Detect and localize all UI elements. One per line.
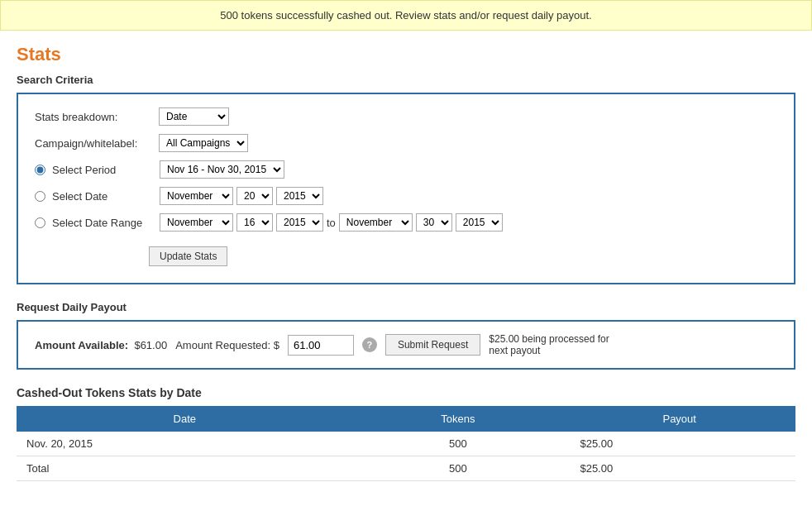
campaign-label: Campaign/whitelabel: bbox=[35, 137, 159, 150]
radio-section: Select Period Nov 16 - Nov 30, 2015 Nov … bbox=[35, 160, 777, 232]
select-date-range-radio[interactable] bbox=[35, 217, 45, 228]
submit-request-button[interactable]: Submit Request bbox=[385, 334, 480, 356]
search-criteria-box: Stats breakdown: Date Campaign Week Mont… bbox=[17, 93, 795, 284]
select-date-range-label[interactable]: Select Date Range bbox=[52, 217, 160, 229]
range-end-month-select[interactable]: JanuaryFebruaryMarch AprilMayJune JulyAu… bbox=[339, 213, 413, 232]
range-end-year-select[interactable]: 2013201420152016 bbox=[456, 213, 503, 232]
campaign-select[interactable]: All Campaigns bbox=[159, 134, 248, 152]
range-to-text: to bbox=[327, 217, 336, 229]
stats-breakdown-select[interactable]: Date Campaign Week Month bbox=[159, 107, 229, 126]
cell-payout: $25.00 bbox=[563, 432, 795, 456]
notification-bar: 500 tokens successfully cashed out. Revi… bbox=[0, 0, 812, 31]
amount-requested-input[interactable] bbox=[288, 335, 354, 356]
select-period-controls: Nov 16 - Nov 30, 2015 Nov 1 - Nov 15, 20… bbox=[160, 160, 284, 179]
stats-breakdown-row: Stats breakdown: Date Campaign Week Mont… bbox=[35, 107, 777, 126]
select-period-row: Select Period Nov 16 - Nov 30, 2015 Nov … bbox=[35, 160, 777, 179]
select-date-label[interactable]: Select Date bbox=[52, 190, 160, 203]
amount-requested-label: Amount Requested: $ bbox=[175, 339, 279, 351]
col-payout-header: Payout bbox=[563, 406, 795, 432]
select-date-controls: JanuaryFebruaryMarch AprilMayJune JulyAu… bbox=[160, 187, 323, 205]
date-day-select[interactable]: 1234 5678 9101112 13141516 17181920 2122… bbox=[236, 187, 273, 205]
payout-box: Amount Available: $61.00 Amount Requeste… bbox=[17, 320, 795, 370]
select-period-label[interactable]: Select Period bbox=[52, 164, 160, 176]
table-row: Nov. 20, 2015 500 $25.00 bbox=[17, 432, 795, 456]
cell-tokens: 500 bbox=[353, 456, 564, 481]
range-start-month-select[interactable]: JanuaryFebruaryMarch AprilMayJune JulyAu… bbox=[160, 213, 233, 232]
select-period-radio[interactable] bbox=[35, 165, 45, 175]
col-date-header: Date bbox=[17, 406, 353, 432]
range-start-year-select[interactable]: 2013201420152016 bbox=[276, 213, 323, 232]
date-range-controls: JanuaryFebruaryMarch AprilMayJune JulyAu… bbox=[160, 213, 503, 232]
amount-available-text: Amount Available: bbox=[35, 339, 128, 351]
page-title: Stats bbox=[17, 44, 795, 65]
stats-breakdown-label: Stats breakdown: bbox=[35, 111, 159, 123]
amount-available-label: Amount Available: $61.00 bbox=[35, 339, 167, 351]
col-tokens-header: Tokens bbox=[353, 406, 564, 432]
table-row: Total 500 $25.00 bbox=[17, 456, 795, 481]
select-date-range-row: Select Date Range JanuaryFebruaryMarch A… bbox=[35, 213, 777, 232]
stats-table: Date Tokens Payout Nov. 20, 2015 500 $25… bbox=[17, 406, 795, 481]
amount-available-value: $61.00 bbox=[134, 339, 167, 351]
cell-date: Nov. 20, 2015 bbox=[17, 432, 353, 456]
notification-message: 500 tokens successfully cashed out. Revi… bbox=[220, 9, 591, 21]
update-stats-button[interactable]: Update Stats bbox=[149, 246, 227, 266]
cell-tokens: 500 bbox=[353, 432, 564, 456]
range-end-day-select[interactable]: 1234 5678 9101112 13141516 17181920 2122… bbox=[416, 213, 452, 232]
period-select[interactable]: Nov 16 - Nov 30, 2015 Nov 1 - Nov 15, 20… bbox=[160, 160, 284, 179]
search-criteria-label: Search Criteria bbox=[17, 74, 795, 86]
payout-section-label: Request Daily Payout bbox=[17, 301, 795, 313]
help-icon[interactable]: ? bbox=[362, 337, 377, 352]
select-date-row: Select Date JanuaryFebruaryMarch AprilMa… bbox=[35, 187, 777, 205]
date-month-select[interactable]: JanuaryFebruaryMarch AprilMayJune JulyAu… bbox=[160, 187, 233, 205]
table-header-row: Date Tokens Payout bbox=[17, 406, 795, 432]
range-start-day-select[interactable]: 1234 5678 9101112 13141516 17181920 2122… bbox=[236, 213, 273, 232]
cell-payout: $25.00 bbox=[563, 456, 795, 481]
campaign-row: Campaign/whitelabel: All Campaigns bbox=[35, 134, 777, 152]
table-section-title: Cashed-Out Tokens Stats by Date bbox=[17, 386, 795, 399]
processing-note: $25.00 being processed for next payout bbox=[489, 333, 621, 356]
date-year-select[interactable]: 2013201420152016 bbox=[276, 187, 323, 205]
cell-date: Total bbox=[17, 456, 353, 481]
select-date-radio[interactable] bbox=[35, 191, 45, 202]
